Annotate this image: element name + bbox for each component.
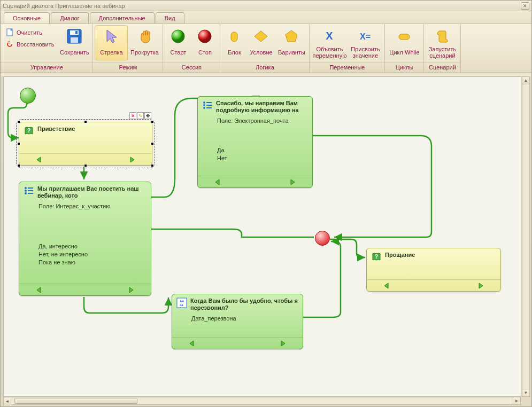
clear-button[interactable]: Очистить <box>4 27 56 38</box>
block-button[interactable]: Блок <box>222 26 246 60</box>
restore-button[interactable]: Восстановить <box>4 38 56 50</box>
tab-view[interactable]: Вид <box>156 12 184 24</box>
delete-icon[interactable]: ✕ <box>129 112 136 119</box>
x-equals-icon: X= <box>357 28 374 45</box>
variants-button[interactable]: Варианты <box>276 26 307 60</box>
start-node[interactable] <box>20 88 36 104</box>
variants-label: Варианты <box>278 46 305 59</box>
ribbon-group-manage: Очистить Восстановить Сохранить <box>1 24 93 72</box>
node-greeting[interactable]: ? Приветствие <box>19 122 152 166</box>
svg-text:?: ? <box>375 254 378 260</box>
run-scenario-button[interactable]: Запустить сценарий <box>426 26 458 60</box>
scroll-mode-label: Прокрутка <box>130 46 159 59</box>
while-loop-button[interactable]: Цикл While <box>387 26 421 60</box>
scroll-mode-button[interactable]: Прокрутка <box>128 26 160 60</box>
node-callback[interactable]: AAaa Когда Вам было бы удобно, чтобы я п… <box>172 294 303 349</box>
svg-point-6 <box>198 30 211 43</box>
edit-icon[interactable]: ✎ <box>137 112 144 119</box>
tab-main[interactable]: Основные <box>4 12 50 24</box>
stop-button[interactable]: Стоп <box>192 26 218 60</box>
next-arrow-icon[interactable] <box>477 282 484 289</box>
svg-rect-4 <box>75 31 78 34</box>
start-button[interactable]: Старт <box>165 26 191 60</box>
next-arrow-icon[interactable] <box>127 286 135 294</box>
group-label-mode: Режим <box>93 62 163 72</box>
next-arrow-icon[interactable] <box>128 156 136 163</box>
ribbon-group-logic: Блок Условие Варианты Логика <box>220 24 310 72</box>
horizontal-scrollbar[interactable]: ◄ ► <box>3 397 521 405</box>
assign-var-label: Присвоить значение <box>351 46 380 59</box>
svg-rect-3 <box>71 37 78 43</box>
condition-button[interactable]: Условие <box>247 26 275 60</box>
group-label-manage: Управление <box>1 62 92 72</box>
pentagon-icon <box>283 28 300 45</box>
node-thanks[interactable]: Спасибо, мы направим Вам подробную инфор… <box>197 96 313 188</box>
scroll-right-arrow[interactable]: ► <box>513 397 520 404</box>
scroll-thumb[interactable] <box>14 398 137 404</box>
svg-text:X: X <box>326 30 334 42</box>
group-label-scenario: Сценарий <box>424 62 460 72</box>
node-callback-field: Дата_перезвона <box>191 315 297 323</box>
declare-var-label: Объявить переменную <box>313 46 347 59</box>
arrow-mode-button[interactable]: Стрелка <box>95 26 127 60</box>
hand-icon <box>136 28 153 45</box>
svg-rect-10 <box>399 34 410 40</box>
node-invite-opt1: Да, интересно <box>38 242 145 251</box>
prev-arrow-icon[interactable] <box>35 286 43 294</box>
save-button[interactable]: Сохранить <box>58 26 90 60</box>
prev-arrow-icon[interactable] <box>214 178 221 186</box>
stop-label: Стоп <box>198 46 212 59</box>
node-invite-opt2: Нет, не интересно <box>38 251 145 259</box>
scroll-left-arrow[interactable]: ◄ <box>4 398 11 405</box>
while-loop-label: Цикл While <box>389 46 419 59</box>
declare-var-button[interactable]: X Объявить переменную <box>312 26 347 60</box>
prev-arrow-icon[interactable] <box>383 282 390 289</box>
block-icon <box>226 28 243 45</box>
start-circle-icon <box>169 28 187 45</box>
svg-point-13 <box>25 190 27 192</box>
svg-text:?: ? <box>27 128 30 134</box>
scroll-down-arrow[interactable]: ▼ <box>522 389 529 396</box>
svg-point-12 <box>25 187 27 189</box>
loop-icon <box>396 28 413 45</box>
svg-point-14 <box>25 192 27 194</box>
ribbon-group-session: Старт Стоп Сессия <box>163 24 220 72</box>
arrow-mode-label: Стрелка <box>100 46 122 59</box>
move-icon[interactable]: ✥ <box>144 112 151 119</box>
document-blank-icon <box>6 28 14 37</box>
node-invite-title: Мы приглашаем Вас посетить наш вебинар, … <box>37 185 147 199</box>
svg-text:X=: X= <box>360 32 371 41</box>
tab-extra[interactable]: Дополнительные <box>90 12 155 24</box>
svg-rect-23 <box>206 107 212 108</box>
diagram-canvas[interactable]: ✕ ✎ ✥ ? Приветствие <box>3 76 521 397</box>
group-label-vars: Переменные <box>310 62 384 72</box>
next-arrow-icon[interactable] <box>289 178 296 186</box>
group-label-session: Сессия <box>163 62 220 72</box>
next-arrow-icon[interactable] <box>279 340 287 347</box>
diamond-icon <box>252 28 269 45</box>
node-callback-title: Когда Вам было бы удобно, чтобы я перезв… <box>190 298 298 311</box>
window-close-button[interactable]: ✕ <box>521 2 529 10</box>
ribbon-group-loops: Цикл While Циклы <box>385 24 424 72</box>
prev-arrow-icon[interactable] <box>35 156 43 163</box>
svg-text:aa: aa <box>180 303 183 307</box>
group-label-logic: Логика <box>220 62 309 72</box>
node-thanks-field: Поле: Электронная_почта <box>217 117 307 125</box>
node-invite[interactable]: Мы приглашаем Вас посетить наш вебинар, … <box>19 182 151 296</box>
ribbon-group-vars: X Объявить переменную X= Присвоить значе… <box>310 24 385 72</box>
svg-rect-16 <box>28 190 33 191</box>
assign-var-button[interactable]: X= Присвоить значение <box>348 26 382 60</box>
ribbon-tabs: Основные Диалог Дополнительные Вид <box>1 11 531 24</box>
scroll-up-arrow[interactable]: ▲ <box>522 77 529 84</box>
scroll-icon <box>434 28 451 45</box>
condition-label: Условие <box>250 46 273 59</box>
tab-dialog[interactable]: Диалог <box>51 12 88 24</box>
save-icon <box>66 28 83 45</box>
node-farewell[interactable]: ? Прощание <box>366 248 501 292</box>
prev-arrow-icon[interactable] <box>188 340 196 347</box>
stop-node[interactable] <box>315 231 330 246</box>
vertical-scrollbar[interactable]: ▲ ▼ <box>522 76 530 397</box>
list-icon <box>202 100 213 111</box>
run-scenario-label: Запустить сценарий <box>429 46 457 59</box>
clear-label: Очистить <box>17 29 42 36</box>
